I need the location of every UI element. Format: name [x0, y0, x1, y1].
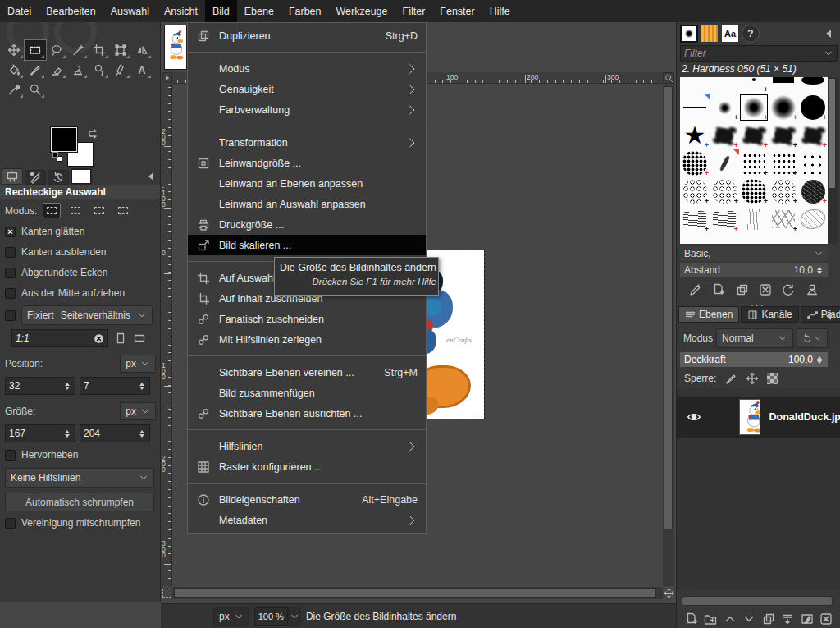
spinner[interactable]: [137, 383, 146, 390]
tool-bucket-fill-tool-icon[interactable]: [3, 60, 25, 80]
menu-item-leinwandgröße[interactable]: Leinwandgröße ...: [188, 153, 426, 173]
tab-channels[interactable]: Kanäle: [741, 306, 798, 323]
layer-mode-dropdown[interactable]: Normal: [716, 328, 793, 348]
tool-move-tool-icon[interactable]: [3, 40, 25, 60]
navigation-icon[interactable]: [664, 588, 674, 598]
position-unit-dropdown[interactable]: px: [120, 355, 156, 373]
brush-item[interactable]: +: [739, 177, 769, 205]
new-layer-icon[interactable]: [685, 612, 698, 626]
tool-paintbrush-tool-icon[interactable]: [25, 60, 46, 80]
brush-scrollbar[interactable]: [828, 77, 838, 244]
tool-flip-tool-icon[interactable]: [131, 40, 153, 60]
mode-add-button[interactable]: [66, 203, 84, 218]
menubar-item-werkzeuge[interactable]: Werkzeuge: [329, 0, 395, 22]
brush-item[interactable]: +: [798, 121, 828, 149]
spinner[interactable]: [62, 430, 71, 438]
horizontal-scrollbar[interactable]: [172, 587, 663, 599]
tool-free-select-tool-icon[interactable]: [46, 40, 67, 60]
menu-item-transformation[interactable]: Transformation: [188, 132, 426, 153]
menubar-item-datei[interactable]: Datei: [0, 0, 39, 22]
zoom-follow-window-icon[interactable]: [663, 72, 674, 84]
tool-smudge-tool-icon[interactable]: [89, 60, 110, 80]
brush-item[interactable]: [680, 94, 710, 121]
layer-visibility-icon[interactable]: [687, 410, 701, 424]
brush-item[interactable]: +: [739, 121, 769, 149]
brush-item[interactable]: +: [680, 177, 710, 205]
statusbar-zoom-dropdown-icon[interactable]: [288, 607, 301, 626]
menu-item-modus[interactable]: Modus: [188, 58, 426, 79]
delete-brush-icon[interactable]: [759, 283, 772, 296]
tool-text-tool-icon[interactable]: A: [131, 60, 153, 80]
menu-item-farbverwaltung[interactable]: Farbverwaltung: [188, 99, 426, 120]
brush-item[interactable]: ★+: [680, 121, 710, 149]
clear-icon[interactable]: [94, 333, 104, 344]
tool-eraser-tool-icon[interactable]: [46, 60, 67, 80]
layer-opacity-slider[interactable]: Deckkraft 100,0: [680, 352, 828, 367]
statusbar-zoom-input[interactable]: 100 %: [254, 607, 288, 626]
menu-item-sichtbare-ebenen-ausrichten[interactable]: Sichtbare Ebenen ausrichten ...: [188, 403, 426, 424]
lock-position-icon[interactable]: [746, 372, 759, 385]
brush-item[interactable]: +: [769, 149, 798, 177]
lock-alpha-icon[interactable]: [767, 373, 778, 384]
brush-item[interactable]: +: [769, 205, 798, 233]
brush-item[interactable]: +: [798, 177, 828, 205]
brush-item[interactable]: +: [769, 94, 798, 121]
tool-transform-tool-icon[interactable]: [110, 40, 131, 60]
canvas-menu-icon[interactable]: [162, 72, 172, 83]
mode-subtract-button[interactable]: [90, 203, 108, 218]
brush-item[interactable]: +: [798, 94, 828, 121]
portrait-icon[interactable]: [114, 332, 127, 345]
brush-spacing-slider[interactable]: Abstand 10,0: [680, 263, 828, 277]
quick-mask-toggle-icon[interactable]: [162, 589, 171, 598]
statusbar-unit-dropdown[interactable]: px: [213, 607, 249, 626]
mode-replace-button[interactable]: [43, 203, 61, 218]
menu-item-druckgröße[interactable]: Druckgröße ...: [188, 214, 426, 235]
refresh-brushes-icon[interactable]: [782, 283, 795, 296]
dock-collapse-icon[interactable]: [822, 309, 833, 321]
menu-item-raster-konfigurieren[interactable]: Raster konfigurieren ...: [188, 456, 426, 477]
foreground-color-swatch[interactable]: [51, 127, 77, 152]
menu-item-hilfslinien[interactable]: Hilfslinien: [188, 436, 426, 456]
menubar-item-hilfe[interactable]: Hilfe: [482, 0, 518, 22]
checkbox-1[interactable]: [5, 247, 16, 258]
spinner[interactable]: [815, 356, 824, 364]
brush-item[interactable]: +: [680, 149, 710, 177]
dock-collapse-icon[interactable]: [144, 170, 156, 181]
brush-item[interactable]: +: [739, 77, 769, 94]
brush-item[interactable]: +: [680, 205, 710, 233]
menu-item-mit-hilfslinien-zerlegen[interactable]: Mit Hilfslinien zerlegen: [188, 329, 426, 350]
brush-item[interactable]: [798, 149, 828, 177]
tool-rect-select-tool-icon[interactable]: [25, 40, 46, 60]
brush-item[interactable]: +: [710, 205, 739, 233]
brush-item[interactable]: +: [769, 121, 798, 149]
menu-item-fanatisch-zuschneiden[interactable]: Fanatisch zuschneiden: [188, 309, 426, 329]
brush-item[interactable]: [798, 205, 828, 233]
lock-pixels-icon[interactable]: [724, 372, 737, 385]
tab-image-thumb[interactable]: [71, 168, 92, 185]
size-height-input[interactable]: 204: [80, 424, 150, 442]
lower-layer-icon[interactable]: [742, 612, 756, 626]
shrink-merged-checkbox[interactable]: [5, 518, 16, 529]
tab-help-icon[interactable]: ?: [742, 25, 760, 43]
menu-item-bildeigenschaften[interactable]: BildeigenschaftenAlt+Eingabe: [188, 489, 426, 510]
layer-name[interactable]: DonaldDuck.jp: [769, 411, 840, 423]
checkbox-3[interactable]: [5, 288, 16, 299]
brush-item[interactable]: +: [710, 121, 739, 149]
brush-item[interactable]: [710, 149, 739, 177]
menu-item-duplizieren[interactable]: DuplizierenStrg+D: [188, 25, 426, 46]
spinner[interactable]: [137, 430, 146, 438]
menu-item-metadaten[interactable]: Metadaten: [188, 510, 426, 530]
tool-fuzzy-select-tool-icon[interactable]: [67, 40, 89, 60]
menu-item-leinwand-an-auswahl-anpassen[interactable]: Leinwand an Auswahl anpassen: [188, 194, 426, 214]
brush-item[interactable]: +: [710, 94, 739, 121]
ratio-input[interactable]: 1:1: [11, 329, 108, 347]
menubar-item-filter[interactable]: Filter: [395, 0, 433, 22]
tab-tool-options[interactable]: [2, 168, 23, 185]
image-tab-thumbnail[interactable]: [164, 25, 187, 70]
checkbox-2[interactable]: [5, 268, 16, 278]
tab-brushes[interactable]: [680, 25, 698, 43]
layer-mode-switch-button[interactable]: [797, 328, 828, 348]
menubar-item-farben[interactable]: Farben: [281, 0, 329, 22]
menu-item-sichtbare-ebenen-vereinen[interactable]: Sichtbare Ebenen vereinen ...Strg+M: [188, 362, 426, 383]
menu-item-genauigkeit[interactable]: Genauigkeit: [188, 79, 426, 99]
